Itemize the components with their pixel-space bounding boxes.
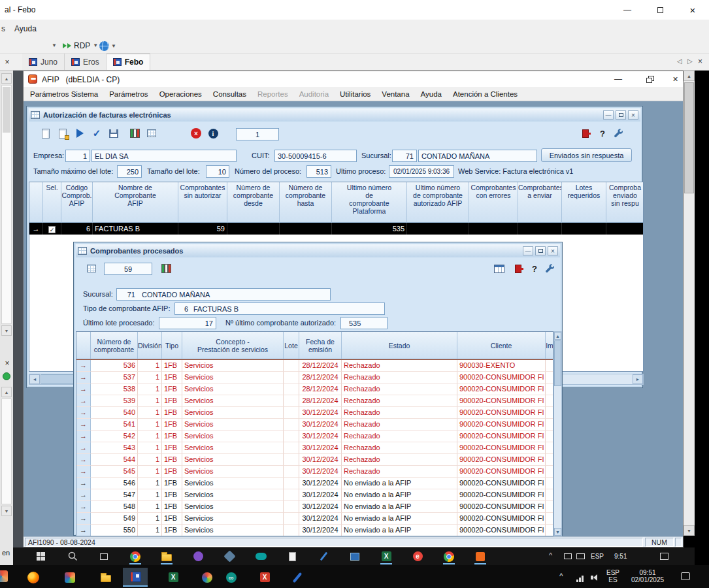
clock[interactable]: 09:51 02/01/2025: [626, 569, 669, 583]
column-header[interactable]: División: [138, 332, 162, 359]
action-center-icon[interactable]: [681, 572, 690, 580]
file-explorer-icon[interactable]: [158, 549, 175, 564]
blue-pen-icon[interactable]: [285, 568, 310, 587]
column-header[interactable]: Fecha deemisión: [299, 332, 342, 359]
batch-columns-icon[interactable]: [159, 261, 173, 276]
outer-close-button[interactable]: ×: [676, 0, 709, 20]
process-counter-field[interactable]: 1: [236, 128, 279, 140]
ultimo-proceso-field[interactable]: 02/01/2025 9:03:36: [389, 165, 454, 178]
autorizacion-titlebar[interactable]: Autorización de facturas electrónicas — …: [29, 108, 640, 122]
minimize-button[interactable]: —: [523, 246, 533, 255]
menu-item-operaciones[interactable]: Operaciones: [159, 90, 202, 98]
maximize-button[interactable]: [616, 110, 626, 120]
table-row[interactable]: →53611FBServicios28/12/2024Rechazado9000…: [76, 360, 553, 372]
help-icon[interactable]: ?: [595, 126, 610, 140]
scrollbar-thumb[interactable]: [684, 82, 694, 193]
cancel-icon[interactable]: ×: [189, 126, 203, 140]
scroll-down-button[interactable]: ▼: [684, 525, 695, 536]
comprobantes-titlebar[interactable]: Comprobantes procesados — ×: [76, 244, 560, 257]
menu-item-utilitarios[interactable]: Utilitarios: [340, 90, 371, 98]
toolbar-dropdown-caret[interactable]: ▼: [48, 39, 60, 52]
tab-scroll-right-button[interactable]: ▷: [687, 57, 693, 65]
clock[interactable]: 9:51: [614, 553, 627, 560]
table-row[interactable]: →53911FBServicios28/12/2024Rechazado9000…: [76, 395, 553, 407]
scroll-left-button[interactable]: ◄: [29, 374, 40, 384]
menu-item-par-metros[interactable]: Parámetros: [109, 90, 148, 98]
outer-minimize-button[interactable]: —: [611, 0, 644, 20]
table-row[interactable]: →54211FBServicios30/12/2024Rechazado9000…: [76, 431, 553, 442]
app-purple-icon[interactable]: [190, 549, 206, 564]
teal-infinity-icon[interactable]: ∞: [219, 568, 244, 587]
globe-button[interactable]: ▼: [99, 40, 116, 52]
chrome-2-icon[interactable]: [440, 549, 457, 564]
strip-scroll-up-button[interactable]: ▲: [1, 73, 12, 84]
afip-close-button[interactable]: ×: [668, 71, 683, 87]
excel-icon[interactable]: X: [378, 549, 395, 564]
cuit-field[interactable]: 30-50009415-6: [274, 150, 357, 162]
new-document-icon[interactable]: [39, 126, 53, 140]
app-orange-icon[interactable]: [472, 549, 489, 564]
rdp-connect-button[interactable]: RDP ▼: [63, 39, 98, 52]
minimize-button[interactable]: —: [603, 110, 614, 120]
empresa-name-field[interactable]: EL DIA SA: [91, 150, 237, 162]
tamano-lote-field[interactable]: 10: [206, 165, 229, 178]
strip-scrollbar-thumb[interactable]: [3, 87, 10, 133]
table-row[interactable]: →55011FBServicios30/12/2024No enviado a …: [76, 525, 553, 536]
menu-item-ayuda[interactable]: Ayuda: [421, 90, 442, 98]
strip-scroll-down-button-2[interactable]: ▼: [1, 506, 12, 516]
run-icon[interactable]: [73, 126, 87, 140]
afip-minimize-button[interactable]: —: [605, 71, 631, 87]
tamano-maximo-field[interactable]: 250: [117, 165, 142, 178]
strip-scrollbar-track-2[interactable]: [1, 399, 12, 504]
rdp-active-icon[interactable]: [123, 568, 148, 587]
outer-maximize-button[interactable]: [644, 0, 676, 20]
column-header[interactable]: Ultimo númerodecomprobantePlataforma: [332, 182, 407, 223]
tab-scroll-left-button[interactable]: ◁: [677, 57, 682, 65]
app-window-icon[interactable]: [346, 549, 363, 564]
design-tool-icon[interactable]: [58, 568, 82, 587]
grid-edit-icon[interactable]: [84, 261, 99, 276]
task-view-icon[interactable]: [95, 549, 112, 564]
scroll-right-button[interactable]: ►: [633, 374, 643, 384]
exit-icon[interactable]: [578, 126, 593, 140]
network-icon[interactable]: [576, 576, 584, 582]
table-row[interactable]: →53711FBServicios28/12/2024Rechazado9000…: [76, 372, 553, 384]
numero-proceso-field[interactable]: 513: [306, 165, 331, 178]
menu-item-ventana[interactable]: Ventana: [382, 90, 409, 98]
column-header[interactable]: Sel.: [43, 182, 61, 223]
tools-icon[interactable]: [611, 126, 625, 140]
action-center-icon[interactable]: [660, 553, 668, 560]
exit-icon[interactable]: [511, 261, 525, 276]
sucursal-name-field[interactable]: CONTADO MAÑANA: [418, 150, 537, 162]
strip-scroll-down-button[interactable]: ▼: [1, 325, 12, 336]
language-indicator[interactable]: ESP ES: [606, 569, 619, 583]
chrome-icon[interactable]: [127, 549, 144, 564]
excel-icon[interactable]: X: [161, 568, 186, 587]
tab-febo[interactable]: Febo: [107, 54, 151, 70]
touch-keyboard-icon[interactable]: [576, 553, 585, 559]
column-header[interactable]: Número decomprobantedesde: [227, 182, 280, 223]
tray-expand-caret[interactable]: ^: [559, 572, 563, 581]
scroll-up-button[interactable]: ▲: [554, 332, 561, 340]
save-icon[interactable]: [107, 126, 121, 140]
scrollbar-thumb[interactable]: [554, 340, 561, 386]
close-button[interactable]: ×: [628, 110, 638, 120]
enviados-sin-respuesta-button[interactable]: Enviados sin respuesta: [541, 148, 632, 162]
confirm-icon[interactable]: ✓: [90, 126, 104, 140]
column-header[interactable]: Cliente: [457, 332, 546, 359]
app-teal-icon[interactable]: [252, 549, 269, 564]
column-header[interactable]: Lotesrequeridos: [562, 182, 606, 223]
app-red-e-icon[interactable]: e: [409, 549, 426, 564]
speaker-icon[interactable]: [591, 574, 597, 581]
column-header[interactable]: Concepto -Prestación de servicios: [182, 332, 284, 359]
table-row[interactable]: →54011FBServicios30/12/2024Rechazado9000…: [76, 407, 553, 419]
table-row[interactable]: →54811FBServicios30/12/2024No enviado a …: [76, 501, 553, 513]
afip-restore-button[interactable]: [636, 71, 663, 87]
column-header[interactable]: Tipo: [162, 332, 182, 359]
column-header[interactable]: Número decomprobantehasta: [280, 182, 332, 223]
column-header[interactable]: Comprobantesa enviar: [518, 182, 562, 223]
table-row[interactable]: →54511FBServicios30/12/2024Rechazado9000…: [76, 466, 553, 478]
sucursal-code-field[interactable]: 71: [392, 150, 417, 162]
strip-scroll-up-button-2[interactable]: ▲: [1, 387, 12, 397]
record-counter-field[interactable]: 59: [104, 263, 152, 275]
